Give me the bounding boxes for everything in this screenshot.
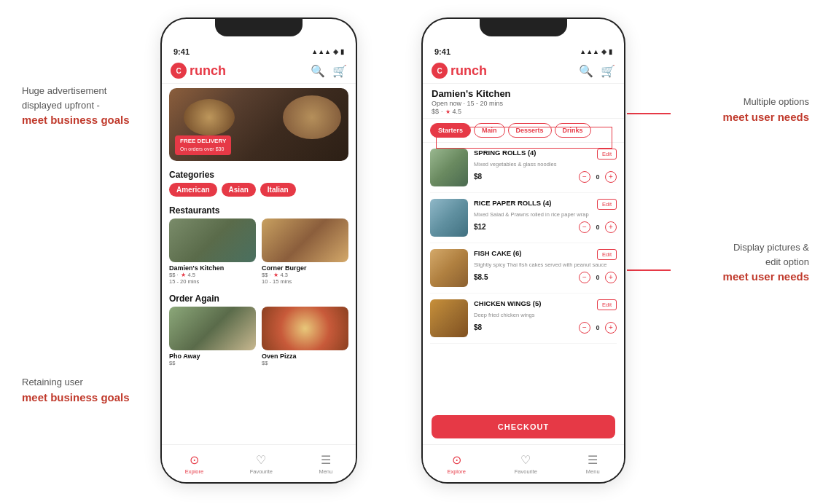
qty-control-springrolls: − 0 + bbox=[579, 171, 617, 183]
restaurant-header-status: Open now · 15 - 20 mins bbox=[432, 100, 615, 107]
menu-item-info-ricerolls: RICE PAPER ROLLS (4) Edit Mixed Salad & … bbox=[474, 199, 617, 233]
status-icons-right: ▲▲▲ ◈ ▮ bbox=[580, 48, 612, 55]
tab-drinks[interactable]: Drinks bbox=[555, 123, 591, 138]
qty-minus-fishcake[interactable]: − bbox=[579, 272, 590, 283]
menu-item-fishcake: FISH CAKE (6) Edit Slightly spicy Thai f… bbox=[430, 243, 617, 294]
qty-plus-ricerolls[interactable]: + bbox=[605, 221, 617, 233]
phone-right: 9:41 ▲▲▲ ◈ ▮ C runch 🔍 🛒 Damien's Kitche… bbox=[421, 17, 625, 484]
qty-control-wings: − 0 + bbox=[579, 322, 617, 334]
qty-minus-ricerolls[interactable]: − bbox=[579, 221, 590, 233]
phone-left-content: 9:41 ▲▲▲ ◈ ▮ C runch 🔍 🛒 FREE DELIVERY bbox=[162, 19, 356, 482]
battery-icon: ▮ bbox=[340, 48, 344, 55]
qty-val-springrolls: 0 bbox=[593, 173, 602, 181]
edit-btn-ricerolls[interactable]: Edit bbox=[597, 199, 617, 210]
checkout-bar: CHECKOUT bbox=[423, 409, 624, 444]
favourite-icon-left: ♡ bbox=[256, 453, 266, 467]
order-img-pizza bbox=[262, 307, 348, 350]
annotation-line-right-top bbox=[627, 113, 671, 114]
order-name-pho: Pho Away bbox=[169, 353, 256, 360]
explore-icon-right: ⊙ bbox=[452, 453, 461, 467]
menu-item-price-springrolls: $8 bbox=[474, 173, 482, 181]
wifi-icon: ◈ bbox=[333, 48, 338, 55]
category-italian[interactable]: Italian bbox=[260, 183, 296, 197]
qty-control-fishcake: − 0 + bbox=[579, 272, 617, 283]
restaurant-card-1[interactable]: Damien's Kitchen $$ · ★ 4.5 15 - 20 mins bbox=[169, 218, 256, 285]
nav-explore-left[interactable]: ⊙ Explore bbox=[185, 453, 203, 475]
explore-icon-left: ⊙ bbox=[190, 453, 199, 467]
menu-item-price-wings: $8 bbox=[474, 323, 482, 331]
edit-btn-fishcake[interactable]: Edit bbox=[597, 249, 617, 260]
order-img-pho bbox=[169, 307, 256, 350]
annotation-left-top: Huge advertisement displayed upfront - m… bbox=[22, 84, 130, 129]
status-time-left: 9:41 bbox=[173, 47, 190, 56]
nav-favourite-left[interactable]: ♡ Favourite bbox=[250, 453, 273, 475]
restaurant-card-2[interactable]: Corner Burger $$ · ★ 4.3 10 - 15 mins bbox=[262, 218, 348, 285]
edit-btn-wings[interactable]: Edit bbox=[597, 299, 617, 310]
menu-item-info-springrolls: SPRING ROLLS (4) Edit Mixed vegetables &… bbox=[474, 149, 617, 183]
restaurant-time-1: 15 - 20 mins bbox=[169, 278, 256, 285]
app-header-right: C runch 🔍 🛒 bbox=[423, 60, 624, 84]
qty-control-ricerolls: − 0 + bbox=[579, 221, 617, 233]
menu-item-price-ricerolls: $12 bbox=[474, 223, 486, 231]
nav-explore-right[interactable]: ⊙ Explore bbox=[447, 453, 465, 475]
restaurants-grid: Damien's Kitchen $$ · ★ 4.5 15 - 20 mins… bbox=[162, 218, 356, 289]
menu-icon-left: ☰ bbox=[321, 453, 331, 467]
header-icons-left: 🔍 🛒 bbox=[311, 64, 347, 78]
order-card-pho[interactable]: Pho Away $$ bbox=[169, 307, 256, 366]
order-again-title: Order Again bbox=[162, 289, 356, 307]
restaurants-title: Restaurants bbox=[162, 201, 356, 218]
menu-item-wings: CHICKEN WINGS (5) Edit Deep fried chicke… bbox=[430, 294, 617, 344]
phone-notch-right bbox=[480, 19, 567, 36]
tab-desserts[interactable]: Desserts bbox=[508, 123, 552, 138]
category-american[interactable]: American bbox=[169, 183, 217, 197]
nav-favourite-right[interactable]: ♡ Favourite bbox=[515, 453, 537, 475]
order-name-pizza: Oven Pizza bbox=[262, 353, 348, 360]
status-icons-left: ▲▲▲ ◈ ▮ bbox=[311, 48, 344, 55]
menu-tabs: Starters Main Desserts Drinks bbox=[423, 119, 624, 143]
categories-title: Categories bbox=[162, 165, 356, 183]
search-icon-right[interactable]: 🔍 bbox=[579, 64, 593, 78]
food-img-wings bbox=[430, 299, 468, 337]
annotation-left-bottom: Retaining user meet business goals bbox=[22, 375, 130, 406]
categories-row: American Asian Italian bbox=[162, 183, 356, 201]
qty-plus-fishcake[interactable]: + bbox=[605, 272, 617, 283]
restaurant-header: Damien's Kitchen Open now · 15 - 20 mins… bbox=[423, 84, 624, 119]
order-card-pizza[interactable]: Oven Pizza $$ bbox=[262, 307, 348, 366]
restaurant-header-name: Damien's Kitchen bbox=[432, 88, 615, 99]
restaurant-time-2: 10 - 15 mins bbox=[262, 278, 348, 285]
status-time-right: 9:41 bbox=[434, 47, 450, 56]
annotation-right-bottom: Display pictures & edit option meet user… bbox=[723, 240, 809, 286]
qty-val-wings: 0 bbox=[593, 324, 602, 331]
menu-item-info-wings: CHICKEN WINGS (5) Edit Deep fried chicke… bbox=[474, 299, 617, 334]
menu-item-desc-wings: Deep fried chicken wings bbox=[474, 312, 617, 319]
header-icons-right: 🔍 🛒 bbox=[579, 64, 615, 78]
order-meta-pizza: $$ bbox=[262, 360, 348, 366]
qty-plus-springrolls[interactable]: + bbox=[605, 171, 617, 183]
menu-item-desc-springrolls: Mixed vegetables & glass noodles bbox=[474, 161, 617, 168]
status-bar-right: 9:41 ▲▲▲ ◈ ▮ bbox=[423, 39, 624, 60]
menu-item-springrolls: SPRING ROLLS (4) Edit Mixed vegetables &… bbox=[430, 143, 617, 193]
qty-val-ricerolls: 0 bbox=[593, 224, 602, 231]
basket-icon-right[interactable]: 🛒 bbox=[601, 64, 615, 78]
category-asian[interactable]: Asian bbox=[222, 183, 256, 197]
nav-menu-left[interactable]: ☰ Menu bbox=[319, 453, 332, 475]
qty-minus-wings[interactable]: − bbox=[579, 322, 590, 334]
phone-right-content: 9:41 ▲▲▲ ◈ ▮ C runch 🔍 🛒 Damien's Kitche… bbox=[423, 19, 624, 482]
order-again-grid: Pho Away $$ Oven Pizza $$ bbox=[162, 307, 356, 366]
phone-notch-left bbox=[215, 19, 303, 36]
logo-icon-right: C bbox=[432, 63, 448, 79]
nav-menu-right[interactable]: ☰ Menu bbox=[586, 453, 600, 475]
qty-plus-wings[interactable]: + bbox=[605, 322, 617, 334]
basket-icon-left[interactable]: 🛒 bbox=[332, 64, 347, 78]
menu-item-info-fishcake: FISH CAKE (6) Edit Slightly spicy Thai f… bbox=[474, 249, 617, 283]
annotation-line-right-bottom bbox=[627, 269, 671, 271]
qty-minus-springrolls[interactable]: − bbox=[579, 171, 590, 183]
edit-btn-springrolls[interactable]: Edit bbox=[597, 149, 617, 160]
restaurant-name-2: Corner Burger bbox=[262, 264, 348, 272]
menu-item-name-fishcake: FISH CAKE (6) bbox=[474, 249, 597, 257]
search-icon-left[interactable]: 🔍 bbox=[311, 64, 325, 78]
tab-main[interactable]: Main bbox=[474, 123, 505, 138]
checkout-button[interactable]: CHECKOUT bbox=[432, 415, 615, 438]
hero-badge: FREE DELIVERY On orders over $30 bbox=[175, 135, 231, 155]
tab-starters[interactable]: Starters bbox=[430, 123, 471, 138]
